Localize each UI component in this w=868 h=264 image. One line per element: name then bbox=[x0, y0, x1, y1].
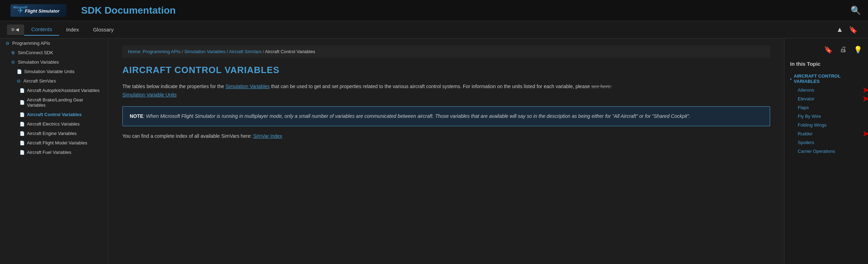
page-icon7: 📄 bbox=[20, 141, 25, 145]
sidebar-item-engine[interactable]: 📄 Aircraft Engine Variables bbox=[0, 129, 108, 138]
search-icon[interactable]: 🔍 bbox=[851, 6, 861, 15]
logo-fs-text: Flight Simulator bbox=[25, 8, 59, 14]
arrow-icon-ailerons: ➤ bbox=[862, 86, 868, 95]
sidebar-item-flight-model[interactable]: 📄 Aircraft Flight Model Variables bbox=[0, 138, 108, 148]
right-nav-icons: ▲ 🔖 bbox=[836, 26, 865, 34]
main-layout: ⊖ Programming APIs ⊕ SimConnect SDK ⊖ Si… bbox=[0, 38, 868, 264]
sidebar-item-electrics[interactable]: 📄 Aircraft Electrics Variables bbox=[0, 119, 108, 129]
intro-strikethrough: see here: bbox=[591, 84, 611, 89]
breadcrumb: Home: Programming APIs / Simulation Vari… bbox=[122, 45, 770, 58]
intro-paragraph: The tables below indicate the properties… bbox=[122, 83, 770, 99]
logo-area: Microsoft ✈ Flight Simulator SDK Documen… bbox=[7, 3, 176, 18]
circle-icon3: ⊖ bbox=[17, 78, 21, 84]
right-panel-actions: 🔖 🖨 💡 bbox=[790, 45, 862, 54]
simvar-index-link[interactable]: SimVar Index bbox=[253, 133, 282, 139]
sim-vars-link[interactable]: Simulation Variables bbox=[225, 84, 270, 89]
print-icon[interactable]: 🖨 bbox=[840, 45, 847, 54]
topic-item-fly-by-wire[interactable]: Fly By Wire bbox=[790, 112, 862, 121]
topic-item-rudder[interactable]: Rudder bbox=[790, 129, 862, 138]
tab-glossary[interactable]: Glossary bbox=[86, 24, 121, 35]
tab-contents[interactable]: Contents bbox=[24, 23, 59, 36]
bookmark-icon[interactable]: 🔖 bbox=[824, 45, 833, 54]
nav-bookmark-icon[interactable]: 🔖 bbox=[849, 26, 858, 34]
breadcrumb-current: Aircraft Control Variables bbox=[265, 49, 315, 54]
topic-item-elevator[interactable]: Elevator bbox=[790, 94, 862, 103]
note-label: NOTE bbox=[130, 113, 143, 119]
flaps-label: Flaps bbox=[798, 105, 809, 110]
collapse-button[interactable]: ≡◄ bbox=[7, 24, 24, 35]
nav-up-icon[interactable]: ▲ bbox=[836, 26, 843, 34]
rudder-row: Rudder ➤ bbox=[790, 129, 862, 138]
sidebar: ⊖ Programming APIs ⊕ SimConnect SDK ⊖ Si… bbox=[0, 38, 108, 264]
page-icon8: 📄 bbox=[20, 150, 25, 155]
sidebar-item-autopilot[interactable]: 📄 Aircraft Autopilot/Assistant Variables bbox=[0, 86, 108, 95]
spoilers-label: Spoilers bbox=[798, 140, 814, 145]
logo-ms-text: Microsoft bbox=[13, 6, 28, 9]
carrier-ops-label: Carrier Operations bbox=[798, 149, 835, 154]
sidebar-item-fuel[interactable]: 📄 Aircraft Fuel Variables bbox=[0, 148, 108, 157]
folding-wings-label: Folding Wings bbox=[798, 122, 826, 128]
sidebar-item-programming-apis[interactable]: ⊖ Programming APIs bbox=[0, 38, 108, 48]
page-icon5: 📄 bbox=[20, 122, 25, 127]
intro-text1: The tables below indicate the properties… bbox=[122, 84, 225, 89]
sim-var-units-link[interactable]: Simulation Variable Units bbox=[122, 92, 177, 98]
breadcrumb-sim-vars[interactable]: Simulation Variables bbox=[184, 49, 225, 54]
page-icon6: 📄 bbox=[20, 131, 25, 136]
intro-text2: that can be used to get and set properti… bbox=[270, 84, 591, 89]
sidebar-item-aircraft-simvars[interactable]: ⊖ Aircraft SimVars bbox=[0, 76, 108, 86]
simvar-index-line: You can find a complete index of all ava… bbox=[122, 133, 770, 139]
sidebar-item-brake-landing[interactable]: 📄 Aircraft Brake/Landing Gear Variables bbox=[0, 95, 108, 110]
rudder-label: Rudder bbox=[798, 131, 813, 136]
nav-tabs: ≡◄ Contents Index Glossary ▲ 🔖 bbox=[0, 21, 868, 38]
elevator-row: Elevator ➤ bbox=[790, 94, 862, 103]
sidebar-item-simulation-variable-units[interactable]: 📄 Simulation Variable Units bbox=[0, 67, 108, 76]
breadcrumb-simvars[interactable]: Aircraft SimVars bbox=[229, 49, 261, 54]
logo-image: Microsoft ✈ Flight Simulator bbox=[7, 3, 70, 18]
circle-icon: ⊖ bbox=[6, 41, 9, 46]
ailerons-label: Ailerons bbox=[798, 87, 814, 93]
circle-small-icon: ⊕ bbox=[11, 50, 15, 55]
sidebar-item-simconnect-sdk[interactable]: ⊕ SimConnect SDK bbox=[0, 48, 108, 57]
sidebar-item-simulation-variables[interactable]: ⊖ Simulation Variables bbox=[0, 57, 108, 67]
sidebar-item-control-variables[interactable]: 📄 Aircraft Control Variables bbox=[0, 110, 108, 119]
note-box: NOTE: When Microsoft Flight Simulator is… bbox=[122, 106, 770, 127]
topic-item-ailerons[interactable]: Ailerons bbox=[790, 86, 862, 94]
header: Microsoft ✈ Flight Simulator SDK Documen… bbox=[0, 0, 868, 21]
tab-index[interactable]: Index bbox=[59, 24, 86, 35]
lightbulb-icon[interactable]: 💡 bbox=[854, 45, 862, 54]
topic-item-carrier-ops[interactable]: Carrier Operations bbox=[790, 147, 862, 156]
right-panel: 🔖 🖨 💡 In this Topic AIRCRAFT CONTROL VAR… bbox=[784, 38, 868, 264]
content-area: Home: Programming APIs / Simulation Vari… bbox=[108, 38, 784, 264]
elevator-label: Elevator bbox=[798, 96, 815, 101]
simvar-line-text: You can find a complete index of all ava… bbox=[122, 133, 253, 139]
in-this-topic-heading: In this Topic bbox=[790, 61, 862, 67]
page-icon4: 📄 bbox=[20, 112, 25, 117]
page-title: AIRCRAFT CONTROL VARIABLES bbox=[122, 65, 770, 76]
topic-item-flaps[interactable]: Flaps bbox=[790, 103, 862, 112]
circle-small-icon2: ⊖ bbox=[11, 59, 15, 65]
topic-main-label: AIRCRAFT CONTROL VARIABLES bbox=[794, 73, 862, 84]
fly-by-wire-label: Fly By Wire bbox=[798, 114, 821, 119]
breadcrumb-home[interactable]: Home: Programming APIs bbox=[128, 49, 180, 54]
topic-item-spoilers[interactable]: Spoilers bbox=[790, 138, 862, 147]
note-text: NOTE: When Microsoft Flight Simulator is… bbox=[130, 112, 763, 121]
arrow-icon-elevator: ➤ bbox=[862, 94, 868, 104]
page-icon1: 📄 bbox=[17, 69, 22, 74]
topic-item-main[interactable]: AIRCRAFT CONTROL VARIABLES bbox=[790, 72, 862, 86]
page-icon3: 📄 bbox=[20, 100, 25, 105]
ailerons-row: Ailerons ➤ bbox=[790, 86, 862, 94]
arrow-icon-rudder: ➤ bbox=[862, 129, 868, 138]
topic-item-folding-wings[interactable]: Folding Wings bbox=[790, 121, 862, 129]
page-icon2: 📄 bbox=[20, 88, 25, 93]
sdk-title: SDK Documentation bbox=[81, 5, 176, 16]
